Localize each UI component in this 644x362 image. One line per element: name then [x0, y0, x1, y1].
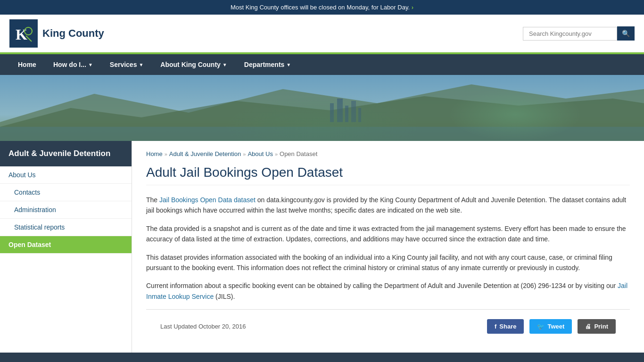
svg-rect-12	[0, 127, 644, 141]
main-content: Home » Adult & Juvenile Detention » Abou…	[132, 141, 644, 353]
footer-actions: Last Updated October 20, 2016 f Share 🐦 …	[146, 309, 630, 343]
logo-icon: K	[9, 19, 38, 48]
svg-rect-10	[351, 101, 356, 122]
logo-text: King County	[42, 27, 104, 40]
breadcrumb-home[interactable]: Home	[146, 150, 163, 157]
nav-how-do-i[interactable]: How do I... ▼	[45, 54, 101, 75]
svg-marker-5	[0, 84, 644, 141]
breadcrumb-sep: »	[165, 151, 167, 157]
nav-departments[interactable]: Departments ▼	[236, 54, 300, 75]
hero-banner	[0, 75, 644, 141]
main-nav: Home How do I... ▼ Services ▼ About King…	[0, 54, 644, 75]
facebook-icon: f	[495, 323, 496, 330]
sidebar-item-about-us[interactable]: About Us	[0, 166, 132, 184]
paragraph-2: The data provided is a snapshot and is c…	[146, 223, 630, 245]
paragraph-1: The Jail Bookings Open Data dataset on d…	[146, 195, 630, 216]
sidebar-item-statistical-reports[interactable]: Statistical reports	[0, 219, 132, 236]
sidebar-link-open-dataset[interactable]: Open Dataset	[0, 236, 132, 254]
svg-rect-9	[345, 106, 348, 122]
nav-arrow: ▼	[223, 62, 227, 67]
paragraph-3: This dataset provides information associ…	[146, 252, 630, 273]
sidebar-link-contacts[interactable]: Contacts	[0, 184, 132, 201]
search-area: 🔍	[523, 26, 635, 41]
breadcrumb-sep: »	[275, 151, 278, 157]
nav-home[interactable]: Home	[9, 54, 45, 75]
last-updated: Last Updated October 20, 2016	[160, 323, 481, 330]
sidebar: Adult & Juvenile Detention About Us Cont…	[0, 141, 132, 353]
nav-about-king-county[interactable]: About King County ▼	[152, 54, 235, 75]
sidebar-link-administration[interactable]: Administration	[0, 201, 132, 219]
nav-arrow: ▼	[286, 62, 291, 67]
site-footer: Information for... Do more online Get he…	[0, 353, 644, 362]
logo-area: K King County	[9, 19, 104, 48]
svg-rect-11	[358, 108, 361, 122]
tweet-button[interactable]: 🐦 Tweet	[529, 319, 572, 334]
breadcrumb-current: Open Dataset	[280, 150, 317, 157]
sidebar-link-about-us[interactable]: About Us	[0, 166, 132, 184]
page-title: Adult Jail Bookings Open Dataset	[146, 165, 630, 185]
sidebar-title: Adult & Juvenile Detention	[0, 141, 132, 166]
nav-services[interactable]: Services ▼	[101, 54, 152, 75]
sidebar-item-administration[interactable]: Administration	[0, 201, 132, 219]
sidebar-link-statistical-reports[interactable]: Statistical reports	[0, 219, 132, 236]
search-button[interactable]: 🔍	[617, 26, 635, 41]
sidebar-nav: About Us Contacts Administration Statist…	[0, 166, 132, 254]
share-button[interactable]: f Share	[487, 319, 524, 334]
breadcrumb: Home » Adult & Juvenile Detention » Abou…	[146, 150, 630, 157]
paragraph-4: Current information about a specific boo…	[146, 280, 630, 302]
sidebar-item-contacts[interactable]: Contacts	[0, 184, 132, 201]
link-jail-inmate-lookup[interactable]: Jail Inmate Lookup Service	[146, 282, 627, 300]
svg-rect-4	[0, 75, 644, 141]
print-icon: 🖨	[585, 323, 591, 330]
svg-marker-6	[0, 96, 644, 141]
svg-rect-8	[337, 99, 343, 122]
nav-arrow: ▼	[88, 62, 93, 67]
print-button[interactable]: 🖨 Print	[578, 319, 616, 334]
content-body: The Jail Bookings Open Data dataset on d…	[146, 195, 630, 302]
breadcrumb-about-us[interactable]: About Us	[248, 150, 272, 157]
link-jail-bookings-dataset[interactable]: Jail Bookings Open Data dataset	[159, 196, 256, 204]
alert-text: Most King County offices will be closed …	[231, 4, 410, 11]
header: K King County 🔍	[0, 15, 644, 54]
search-input[interactable]	[523, 27, 617, 41]
alert-link[interactable]: ›	[412, 4, 413, 11]
main-layout: Adult & Juvenile Detention About Us Cont…	[0, 141, 644, 353]
alert-bar: Most King County offices will be closed …	[0, 0, 644, 15]
nav-arrow: ▼	[139, 62, 143, 67]
twitter-icon: 🐦	[537, 323, 545, 330]
breadcrumb-sep: »	[243, 151, 246, 157]
svg-rect-7	[330, 103, 334, 122]
sidebar-item-open-dataset[interactable]: Open Dataset	[0, 236, 132, 254]
breadcrumb-detention[interactable]: Adult & Juvenile Detention	[169, 150, 241, 157]
